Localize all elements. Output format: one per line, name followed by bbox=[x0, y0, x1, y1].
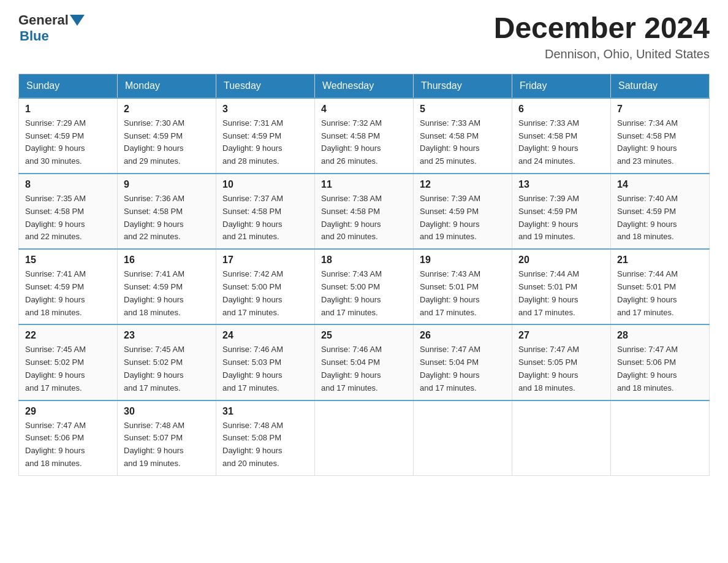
day-number: 10 bbox=[222, 179, 308, 190]
day-info: Sunrise: 7:41 AM Sunset: 4:59 PM Dayligh… bbox=[124, 269, 184, 316]
weekday-header-row: SundayMondayTuesdayWednesdayThursdayFrid… bbox=[19, 74, 710, 98]
day-number: 30 bbox=[124, 406, 210, 417]
day-info: Sunrise: 7:44 AM Sunset: 5:01 PM Dayligh… bbox=[617, 269, 678, 316]
calendar-body: 1 Sunrise: 7:29 AM Sunset: 4:59 PM Dayli… bbox=[19, 98, 710, 475]
day-number: 22 bbox=[25, 330, 111, 341]
day-number: 26 bbox=[420, 330, 506, 341]
calendar-cell: 7 Sunrise: 7:34 AM Sunset: 4:58 PM Dayli… bbox=[611, 98, 710, 174]
calendar-cell: 16 Sunrise: 7:41 AM Sunset: 4:59 PM Dayl… bbox=[118, 249, 216, 324]
day-info: Sunrise: 7:47 AM Sunset: 5:06 PM Dayligh… bbox=[25, 421, 86, 468]
day-info: Sunrise: 7:46 AM Sunset: 5:03 PM Dayligh… bbox=[222, 345, 283, 392]
day-info: Sunrise: 7:41 AM Sunset: 4:59 PM Dayligh… bbox=[25, 269, 86, 316]
day-number: 1 bbox=[25, 104, 111, 115]
day-info: Sunrise: 7:39 AM Sunset: 4:59 PM Dayligh… bbox=[518, 194, 579, 241]
day-number: 4 bbox=[321, 104, 407, 115]
day-number: 19 bbox=[420, 255, 506, 266]
day-info: Sunrise: 7:35 AM Sunset: 4:58 PM Dayligh… bbox=[25, 194, 86, 241]
day-number: 29 bbox=[25, 406, 111, 417]
calendar-cell: 5 Sunrise: 7:33 AM Sunset: 4:58 PM Dayli… bbox=[414, 98, 512, 174]
day-number: 20 bbox=[518, 255, 604, 266]
day-number: 6 bbox=[518, 104, 604, 115]
day-info: Sunrise: 7:31 AM Sunset: 4:59 PM Dayligh… bbox=[222, 118, 283, 166]
calendar-week-3: 15 Sunrise: 7:41 AM Sunset: 4:59 PM Dayl… bbox=[19, 249, 710, 324]
day-info: Sunrise: 7:37 AM Sunset: 4:58 PM Dayligh… bbox=[222, 194, 283, 241]
day-number: 2 bbox=[124, 104, 210, 115]
calendar-cell: 4 Sunrise: 7:32 AM Sunset: 4:58 PM Dayli… bbox=[315, 98, 414, 174]
day-number: 11 bbox=[321, 179, 407, 190]
day-number: 18 bbox=[321, 255, 407, 266]
calendar-cell: 31 Sunrise: 7:48 AM Sunset: 5:08 PM Dayl… bbox=[216, 400, 315, 476]
day-info: Sunrise: 7:47 AM Sunset: 5:05 PM Dayligh… bbox=[518, 345, 579, 392]
day-info: Sunrise: 7:33 AM Sunset: 4:58 PM Dayligh… bbox=[518, 118, 579, 166]
calendar-week-1: 1 Sunrise: 7:29 AM Sunset: 4:59 PM Dayli… bbox=[19, 98, 710, 174]
calendar-header: SundayMondayTuesdayWednesdayThursdayFrid… bbox=[19, 74, 710, 98]
day-info: Sunrise: 7:30 AM Sunset: 4:59 PM Dayligh… bbox=[124, 118, 184, 166]
day-info: Sunrise: 7:43 AM Sunset: 5:01 PM Dayligh… bbox=[420, 269, 480, 316]
calendar-cell: 2 Sunrise: 7:30 AM Sunset: 4:59 PM Dayli… bbox=[118, 98, 216, 174]
day-number: 16 bbox=[124, 255, 210, 266]
calendar-cell: 28 Sunrise: 7:47 AM Sunset: 5:06 PM Dayl… bbox=[611, 324, 710, 400]
calendar-table: SundayMondayTuesdayWednesdayThursdayFrid… bbox=[18, 74, 710, 476]
calendar-cell: 27 Sunrise: 7:47 AM Sunset: 5:05 PM Dayl… bbox=[512, 324, 611, 400]
weekday-header-friday: Friday bbox=[512, 74, 611, 98]
calendar-cell: 18 Sunrise: 7:43 AM Sunset: 5:00 PM Dayl… bbox=[315, 249, 414, 324]
weekday-header-wednesday: Wednesday bbox=[315, 74, 414, 98]
calendar-cell: 25 Sunrise: 7:46 AM Sunset: 5:04 PM Dayl… bbox=[315, 324, 414, 400]
day-info: Sunrise: 7:46 AM Sunset: 5:04 PM Dayligh… bbox=[321, 345, 382, 392]
day-info: Sunrise: 7:34 AM Sunset: 4:58 PM Dayligh… bbox=[617, 118, 678, 166]
calendar-cell: 12 Sunrise: 7:39 AM Sunset: 4:59 PM Dayl… bbox=[414, 174, 512, 249]
day-number: 8 bbox=[25, 179, 111, 190]
calendar-week-4: 22 Sunrise: 7:45 AM Sunset: 5:02 PM Dayl… bbox=[19, 324, 710, 400]
day-number: 13 bbox=[518, 179, 604, 190]
day-number: 25 bbox=[321, 330, 407, 341]
calendar-cell: 29 Sunrise: 7:47 AM Sunset: 5:06 PM Dayl… bbox=[19, 400, 118, 476]
day-number: 31 bbox=[222, 406, 308, 417]
day-info: Sunrise: 7:42 AM Sunset: 5:00 PM Dayligh… bbox=[222, 269, 283, 316]
title-section: December 2024 Dennison, Ohio, United Sta… bbox=[494, 12, 710, 61]
day-info: Sunrise: 7:32 AM Sunset: 4:58 PM Dayligh… bbox=[321, 118, 382, 166]
day-info: Sunrise: 7:48 AM Sunset: 5:08 PM Dayligh… bbox=[222, 421, 283, 468]
calendar-cell: 14 Sunrise: 7:40 AM Sunset: 4:59 PM Dayl… bbox=[611, 174, 710, 249]
calendar-cell: 11 Sunrise: 7:38 AM Sunset: 4:58 PM Dayl… bbox=[315, 174, 414, 249]
day-number: 9 bbox=[124, 179, 210, 190]
day-number: 5 bbox=[420, 104, 506, 115]
calendar-cell bbox=[611, 400, 710, 476]
calendar-cell: 6 Sunrise: 7:33 AM Sunset: 4:58 PM Dayli… bbox=[512, 98, 611, 174]
day-info: Sunrise: 7:45 AM Sunset: 5:02 PM Dayligh… bbox=[124, 345, 184, 392]
calendar-cell: 13 Sunrise: 7:39 AM Sunset: 4:59 PM Dayl… bbox=[512, 174, 611, 249]
day-info: Sunrise: 7:47 AM Sunset: 5:04 PM Dayligh… bbox=[420, 345, 480, 392]
calendar-cell: 8 Sunrise: 7:35 AM Sunset: 4:58 PM Dayli… bbox=[19, 174, 118, 249]
calendar-cell: 22 Sunrise: 7:45 AM Sunset: 5:02 PM Dayl… bbox=[19, 324, 118, 400]
calendar-cell: 26 Sunrise: 7:47 AM Sunset: 5:04 PM Dayl… bbox=[414, 324, 512, 400]
calendar-cell: 17 Sunrise: 7:42 AM Sunset: 5:00 PM Dayl… bbox=[216, 249, 315, 324]
calendar-cell: 1 Sunrise: 7:29 AM Sunset: 4:59 PM Dayli… bbox=[19, 98, 118, 174]
day-info: Sunrise: 7:47 AM Sunset: 5:06 PM Dayligh… bbox=[617, 345, 678, 392]
day-info: Sunrise: 7:38 AM Sunset: 4:58 PM Dayligh… bbox=[321, 194, 382, 241]
logo-general-text: General bbox=[18, 12, 69, 28]
day-number: 28 bbox=[617, 330, 703, 341]
day-info: Sunrise: 7:48 AM Sunset: 5:07 PM Dayligh… bbox=[124, 421, 184, 468]
weekday-header-thursday: Thursday bbox=[414, 74, 512, 98]
day-number: 23 bbox=[124, 330, 210, 341]
calendar-cell: 23 Sunrise: 7:45 AM Sunset: 5:02 PM Dayl… bbox=[118, 324, 216, 400]
day-number: 21 bbox=[617, 255, 703, 266]
day-info: Sunrise: 7:33 AM Sunset: 4:58 PM Dayligh… bbox=[420, 118, 480, 166]
logo-arrow-icon bbox=[70, 15, 85, 26]
day-number: 12 bbox=[420, 179, 506, 190]
calendar-cell: 9 Sunrise: 7:36 AM Sunset: 4:58 PM Dayli… bbox=[118, 174, 216, 249]
weekday-header-monday: Monday bbox=[118, 74, 216, 98]
day-number: 7 bbox=[617, 104, 703, 115]
month-title: December 2024 bbox=[494, 12, 710, 45]
calendar-cell: 20 Sunrise: 7:44 AM Sunset: 5:01 PM Dayl… bbox=[512, 249, 611, 324]
calendar-week-5: 29 Sunrise: 7:47 AM Sunset: 5:06 PM Dayl… bbox=[19, 400, 710, 476]
calendar-cell bbox=[414, 400, 512, 476]
day-number: 27 bbox=[518, 330, 604, 341]
day-number: 24 bbox=[222, 330, 308, 341]
logo-blue-text: Blue bbox=[20, 28, 49, 44]
calendar-cell: 24 Sunrise: 7:46 AM Sunset: 5:03 PM Dayl… bbox=[216, 324, 315, 400]
day-number: 17 bbox=[222, 255, 308, 266]
calendar-cell: 10 Sunrise: 7:37 AM Sunset: 4:58 PM Dayl… bbox=[216, 174, 315, 249]
page-header: General Blue December 2024 Dennison, Ohi… bbox=[18, 12, 710, 61]
day-info: Sunrise: 7:45 AM Sunset: 5:02 PM Dayligh… bbox=[25, 345, 86, 392]
calendar-cell bbox=[512, 400, 611, 476]
